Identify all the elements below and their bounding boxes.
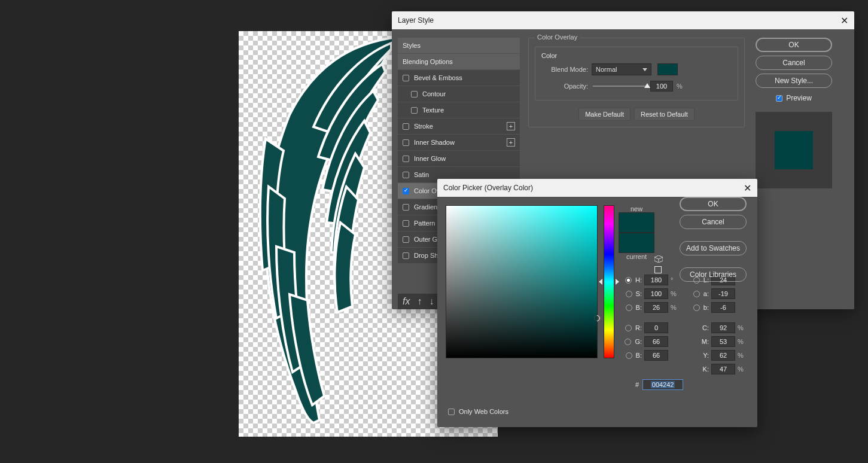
saturation-value-picker[interactable]: [446, 205, 598, 358]
down-arrow-icon[interactable]: ↓: [429, 296, 434, 307]
fx-inner-glow[interactable]: Inner Glow: [398, 151, 520, 166]
r-input[interactable]: 0: [644, 322, 668, 333]
bhsb-input[interactable]: 26: [644, 302, 668, 313]
new-style-button[interactable]: New Style...: [756, 74, 832, 88]
sv-cursor-icon: [594, 315, 600, 321]
checkbox-icon[interactable]: [411, 107, 418, 114]
section-title: Color Overlay: [535, 33, 580, 41]
radio-g[interactable]: [625, 339, 631, 345]
only-web-colors-checkbox[interactable]: [448, 409, 455, 415]
labb-input[interactable]: -6: [711, 302, 735, 313]
overlay-color-swatch[interactable]: [657, 63, 678, 75]
fx-blending-options[interactable]: Blending Options: [398, 54, 520, 69]
color-picker-title: Color Picker (Overlay Color): [443, 184, 533, 192]
opacity-unit: %: [677, 83, 685, 90]
add-icon[interactable]: +: [507, 138, 515, 147]
hue-arrow-left-icon: [599, 279, 602, 285]
preview-box: [756, 112, 832, 188]
color-picker-dialog: Color Picker (Overlay Color) ✕ new curre…: [437, 179, 757, 427]
checkbox-icon[interactable]: [403, 123, 409, 130]
fx-icon[interactable]: fx: [403, 296, 410, 307]
layer-style-title: Layer Style: [398, 16, 434, 25]
checkbox-icon[interactable]: ✓: [776, 95, 782, 102]
preview-swatch: [775, 131, 813, 169]
layer-style-titlebar[interactable]: Layer Style ✕: [392, 11, 854, 29]
radio-rgb-b[interactable]: [626, 352, 632, 359]
m-input[interactable]: 53: [711, 336, 735, 347]
blend-mode-select[interactable]: Normal: [592, 63, 651, 75]
fx-styles[interactable]: Styles: [398, 38, 520, 53]
wing-artwork: [242, 31, 409, 426]
checkbox-icon[interactable]: [411, 91, 418, 98]
checkbox-icon[interactable]: [403, 156, 409, 162]
checkbox-icon[interactable]: [403, 252, 409, 259]
checkbox-icon[interactable]: [403, 204, 409, 211]
preview-toggle[interactable]: ✓ Preview: [776, 94, 812, 102]
hex-label: #: [635, 381, 639, 388]
opacity-slider[interactable]: [593, 86, 647, 87]
opacity-label: Opacity:: [541, 83, 588, 90]
radio-s[interactable]: [626, 291, 632, 297]
k-input[interactable]: 47: [711, 364, 735, 374]
checkbox-icon[interactable]: [403, 75, 409, 81]
fx-stroke[interactable]: Stroke+: [398, 118, 520, 134]
y-input[interactable]: 62: [711, 350, 735, 361]
reset-default-button[interactable]: Reset to Default: [634, 108, 695, 121]
hex-input[interactable]: 004242: [642, 379, 683, 390]
h-input[interactable]: 180: [644, 275, 668, 285]
a-input[interactable]: -19: [711, 288, 735, 299]
color-libraries-button[interactable]: Color Libraries: [680, 267, 747, 282]
picker-cancel-button[interactable]: Cancel: [680, 215, 747, 229]
up-arrow-icon[interactable]: ↑: [417, 296, 422, 307]
s-input[interactable]: 100: [644, 288, 668, 299]
blend-mode-label: Blend Mode:: [541, 66, 588, 73]
add-icon[interactable]: +: [507, 122, 515, 130]
color-picker-titlebar[interactable]: Color Picker (Overlay Color) ✕: [437, 179, 757, 197]
add-to-swatches-button[interactable]: Add to Swatches: [680, 241, 747, 255]
checkbox-icon[interactable]: [403, 188, 409, 194]
close-icon[interactable]: ✕: [744, 182, 751, 194]
layer-style-buttons: OK Cancel New Style... ✓ Preview: [753, 38, 843, 309]
radio-lab-b[interactable]: [693, 304, 700, 311]
radio-a[interactable]: [693, 291, 700, 297]
radio-r[interactable]: [625, 325, 632, 331]
only-web-colors-label: Only Web Colors: [459, 408, 508, 415]
fx-inner-shadow[interactable]: Inner Shadow+: [398, 135, 520, 150]
fx-bevel-emboss[interactable]: Bevel & Emboss: [398, 70, 520, 86]
checkbox-icon[interactable]: [403, 172, 409, 178]
fx-texture[interactable]: Texture: [398, 102, 520, 118]
radio-b[interactable]: [626, 304, 632, 311]
c-input[interactable]: 92: [711, 322, 735, 333]
ok-button[interactable]: OK: [756, 38, 832, 52]
close-icon[interactable]: ✕: [840, 15, 848, 26]
checkbox-icon[interactable]: [403, 220, 409, 227]
fx-contour[interactable]: Contour: [398, 86, 520, 102]
checkbox-icon[interactable]: [403, 236, 409, 243]
cancel-button[interactable]: Cancel: [756, 56, 832, 70]
radio-h[interactable]: [625, 277, 632, 284]
opacity-value[interactable]: 100: [650, 81, 673, 92]
brgb-input[interactable]: 66: [644, 350, 668, 361]
hue-slider[interactable]: [604, 205, 614, 358]
color-group-label: Color: [541, 52, 732, 59]
g-input[interactable]: 66: [644, 336, 668, 347]
make-default-button[interactable]: Make Default: [578, 108, 631, 121]
picker-ok-button[interactable]: OK: [680, 197, 747, 211]
checkbox-icon[interactable]: [403, 139, 409, 146]
